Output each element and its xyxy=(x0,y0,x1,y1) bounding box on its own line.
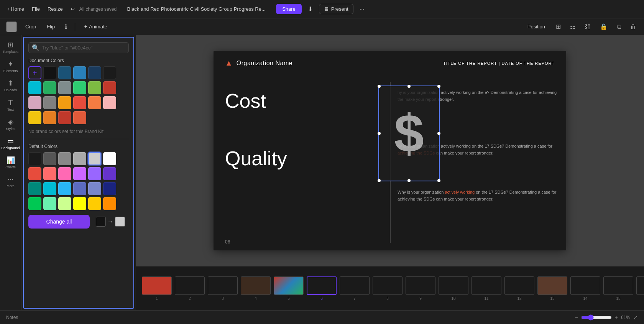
doc-color-11[interactable] xyxy=(103,81,116,94)
def-color-13[interactable] xyxy=(28,182,41,195)
download-button[interactable]: ⬇ xyxy=(305,4,316,14)
home-button[interactable]: ‹ Home xyxy=(5,5,27,13)
doc-color-1[interactable] xyxy=(43,66,56,79)
sidebar-item-text[interactable]: T Text xyxy=(1,96,20,114)
doc-color-8[interactable] xyxy=(58,81,71,94)
slide-thumb-12[interactable]: 12 xyxy=(504,276,534,301)
slide-thumbnail-4[interactable] xyxy=(241,276,271,295)
slide-canvas[interactable]: ▲ Organization Name TITLE OF THE REPORT … xyxy=(214,51,566,250)
doc-color-19[interactable] xyxy=(43,111,56,124)
doc-color-2[interactable] xyxy=(58,66,71,79)
slide-thumbnail-8[interactable] xyxy=(373,276,402,295)
selected-dollar-element[interactable]: $ xyxy=(378,86,440,181)
animate-button[interactable]: ✦ Animate xyxy=(81,22,110,31)
def-color-1[interactable] xyxy=(28,152,41,165)
slide-thumbnail-7[interactable] xyxy=(340,276,370,295)
doc-color-12[interactable] xyxy=(28,96,41,109)
slide-thumbnail-15[interactable] xyxy=(603,276,633,295)
slide-thumb-10[interactable]: 10 xyxy=(439,276,468,301)
doc-color-21[interactable] xyxy=(73,111,86,124)
slide-thumbnail-16[interactable] xyxy=(636,276,644,295)
delete-icon[interactable]: 🗑 xyxy=(629,22,638,32)
sidebar-item-uploads[interactable]: ⬆ Uploads xyxy=(1,77,20,94)
def-color-4[interactable] xyxy=(73,152,86,165)
slide-thumb-13[interactable]: 13 xyxy=(537,276,567,301)
doc-color-3[interactable] xyxy=(73,66,86,79)
file-button[interactable]: File xyxy=(29,5,43,13)
resize-handle-mr[interactable] xyxy=(437,132,440,135)
resize-handle-tl[interactable] xyxy=(378,85,381,88)
undo-button[interactable]: ↩ xyxy=(67,5,78,13)
present-button[interactable]: 🖥 Present xyxy=(319,4,353,14)
def-color-12[interactable] xyxy=(103,167,116,180)
slide-thumbnail-9[interactable] xyxy=(406,276,435,295)
slide-thumbnail-14[interactable] xyxy=(570,276,600,295)
slide-thumbnail-3[interactable] xyxy=(208,276,238,295)
slide-thumb-3[interactable]: 3 xyxy=(208,276,238,301)
doc-color-14[interactable] xyxy=(58,96,71,109)
fit-screen-button[interactable]: ⤢ xyxy=(633,314,638,321)
doc-color-20[interactable] xyxy=(58,111,71,124)
align-icon[interactable]: ⊞ xyxy=(554,21,562,32)
doc-color-4[interactable] xyxy=(88,66,101,79)
slide-thumb-5[interactable]: 5 xyxy=(274,276,304,301)
slide-thumb-15[interactable]: 15 xyxy=(603,276,633,301)
def-color-15[interactable] xyxy=(58,182,71,195)
def-color-23[interactable] xyxy=(88,197,101,210)
add-color-button[interactable]: + xyxy=(28,66,41,79)
doc-color-17[interactable] xyxy=(103,96,116,109)
slide-thumb-4[interactable]: 4 xyxy=(241,276,271,301)
def-color-11[interactable] xyxy=(88,167,101,180)
slide-thumbnail-6[interactable] xyxy=(307,276,337,295)
sidebar-item-charts[interactable]: 📊 Charts xyxy=(1,154,20,171)
slide-thumbnail-2[interactable] xyxy=(175,276,205,295)
def-color-21[interactable] xyxy=(58,197,71,210)
zoom-slider[interactable] xyxy=(581,314,612,321)
zoom-in-button[interactable]: + xyxy=(615,314,618,321)
flip-button[interactable]: Flip xyxy=(44,22,57,31)
def-color-2[interactable] xyxy=(43,152,56,165)
def-color-8[interactable] xyxy=(43,167,56,180)
slide-thumbnail-10[interactable] xyxy=(439,276,468,295)
def-color-19[interactable] xyxy=(28,197,41,210)
doc-color-9[interactable] xyxy=(73,81,86,94)
resize-handle-br[interactable] xyxy=(437,179,440,182)
slide-thumbnail-5[interactable] xyxy=(274,276,304,295)
slide-thumb-7[interactable]: 7 xyxy=(340,276,370,301)
resize-button[interactable]: Resize xyxy=(44,5,66,13)
sidebar-item-styles[interactable]: ◈ Styles xyxy=(1,115,20,133)
doc-color-5[interactable] xyxy=(103,66,116,79)
color-search-bar[interactable]: 🔍 xyxy=(28,42,129,53)
def-color-7[interactable] xyxy=(28,167,41,180)
def-color-24[interactable] xyxy=(103,197,116,210)
doc-color-18[interactable] xyxy=(28,111,41,124)
sidebar-item-more[interactable]: ··· More xyxy=(1,173,20,190)
sidebar-item-elements[interactable]: ✦ Elements xyxy=(1,58,20,75)
change-all-button[interactable]: Change all xyxy=(28,215,90,229)
doc-color-15[interactable] xyxy=(73,96,86,109)
def-color-17[interactable] xyxy=(88,182,101,195)
sidebar-item-templates[interactable]: ⊞ Templates xyxy=(1,38,20,56)
resize-handle-tr[interactable] xyxy=(437,85,440,88)
def-color-18[interactable] xyxy=(103,182,116,195)
slide-thumb-11[interactable]: 11 xyxy=(472,276,501,301)
notes-button[interactable]: Notes xyxy=(6,315,18,320)
position-button[interactable]: Position xyxy=(527,24,545,30)
color-preview-swatch[interactable] xyxy=(6,21,17,32)
slide-thumbnail-13[interactable] xyxy=(537,276,567,295)
def-color-9[interactable] xyxy=(58,167,71,180)
to-color-swatch[interactable] xyxy=(115,217,125,227)
grid-icon[interactable]: ⚏ xyxy=(568,21,577,32)
def-color-10[interactable] xyxy=(73,167,86,180)
doc-color-6[interactable] xyxy=(28,81,41,94)
def-color-22[interactable] xyxy=(73,197,86,210)
resize-handle-ml[interactable] xyxy=(378,132,381,135)
slide-thumb-9[interactable]: 9 xyxy=(406,276,435,301)
color-search-input[interactable] xyxy=(42,45,125,51)
crop-button[interactable]: Crop xyxy=(23,22,38,31)
resize-handle-tm[interactable] xyxy=(407,85,411,88)
def-color-16[interactable] xyxy=(73,182,86,195)
info-button[interactable]: ℹ xyxy=(63,21,69,32)
slide-thumb-1[interactable]: 1 xyxy=(142,276,172,301)
slide-thumb-16[interactable]: 16 xyxy=(636,276,644,301)
